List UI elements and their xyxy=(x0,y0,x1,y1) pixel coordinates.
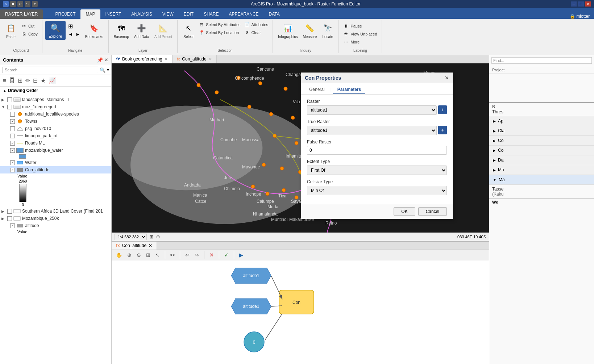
zoom-in-tool[interactable]: ⊕ xyxy=(126,251,133,259)
undo-tool[interactable]: ↩ xyxy=(184,251,191,259)
rfe-section-header-ma1[interactable]: ▶ Ma xyxy=(489,165,594,175)
tab-edit[interactable]: EDIT xyxy=(179,9,199,19)
list-item[interactable]: psg_nov2010 xyxy=(0,125,111,132)
layer-checkbox[interactable]: ✓ xyxy=(10,148,15,153)
dialog-tab-parameters[interactable]: Parameters xyxy=(333,85,365,94)
explore-button[interactable]: 🔍 Explore xyxy=(45,21,66,40)
layer-checkbox[interactable] xyxy=(10,112,15,117)
search-input[interactable] xyxy=(2,67,98,73)
true-raster-select[interactable]: altitude1 xyxy=(307,126,437,135)
tab-appearance[interactable]: APPEARANCE xyxy=(224,9,263,19)
list-item[interactable]: ✓ Roads ML xyxy=(0,139,111,147)
list-item[interactable]: ✓ Towns xyxy=(0,118,111,125)
star-icon[interactable]: ★ xyxy=(40,76,46,85)
zoom-back-button[interactable]: ◄ ► xyxy=(66,30,82,38)
list-item[interactable]: ▼ moz_1degreegrid xyxy=(0,103,111,110)
flow-node-con[interactable]: Con xyxy=(278,289,315,316)
basemap-button[interactable]: 🗺 Basemap xyxy=(112,21,131,41)
clear-button[interactable]: ✗ Clear xyxy=(243,29,270,36)
select-by-attributes-button[interactable]: ⊟ Select By Attributes xyxy=(197,21,242,28)
rfe-tab-con[interactable]: fx Con_altitude ✕ xyxy=(112,242,157,250)
filter-layers-icon[interactable]: ⊞ xyxy=(17,76,23,85)
commit-tool[interactable]: ✓ xyxy=(223,251,230,259)
rfe-section-header-co2[interactable]: ▶ Co xyxy=(489,146,594,155)
copy-button[interactable]: ⎘ Copy xyxy=(20,30,39,38)
tab-analysis[interactable]: ANALYSIS xyxy=(126,9,157,19)
select-tool[interactable]: ↖ xyxy=(154,251,161,259)
map-grid-icon[interactable]: ⊞ xyxy=(150,234,153,239)
tab-book-georef[interactable]: 🗺 Book georeferencing ✕ xyxy=(112,55,173,63)
select-button[interactable]: ↖ Select xyxy=(180,21,196,41)
contents-close-icon[interactable]: ✕ xyxy=(104,57,108,63)
list-item[interactable]: ✓ Water xyxy=(0,159,111,166)
app-icon-1[interactable]: A xyxy=(3,1,9,7)
rfe-section-header-ma2[interactable]: ▼ Ma xyxy=(489,175,594,184)
pause-button[interactable]: ⏸ Pause xyxy=(342,22,378,30)
layer-checkbox[interactable] xyxy=(7,105,12,109)
tab-insert[interactable]: INSERT xyxy=(100,9,126,19)
scale-selector[interactable]: 1:4 682 382 xyxy=(115,234,147,240)
close-button[interactable]: ✕ xyxy=(585,1,591,7)
list-item[interactable]: additional_localities-species xyxy=(0,110,111,118)
flow-node-zero[interactable]: 0 xyxy=(243,331,265,354)
map-arrow-icon[interactable]: ⊕ xyxy=(156,234,160,239)
paste-button[interactable]: 📋 Paste xyxy=(3,21,19,41)
layer-checkbox[interactable]: ✓ xyxy=(10,223,15,228)
tab-share[interactable]: SHARE xyxy=(199,9,224,19)
edit-icon[interactable]: ✏ xyxy=(25,76,31,85)
more-button[interactable]: ⋯ More xyxy=(342,38,378,46)
redo-tool[interactable]: ↪ xyxy=(193,251,200,259)
chart-icon[interactable]: 📈 xyxy=(48,76,57,85)
tab-con-altitude[interactable]: fx Con_altitude ✕ xyxy=(173,55,217,63)
layer-checkbox[interactable]: ✓ xyxy=(10,168,15,172)
rfe-section-header-da[interactable]: ▶ Da xyxy=(489,155,594,165)
filter-icon[interactable]: ▾ xyxy=(107,67,109,72)
infographics-button[interactable]: 📊 Infographics xyxy=(276,21,300,41)
true-raster-add-button[interactable]: + xyxy=(438,126,447,134)
cut-button[interactable]: ✂ Cut xyxy=(20,22,39,30)
delete-tool[interactable]: ✕ xyxy=(208,251,215,259)
layer-checkbox[interactable] xyxy=(10,126,15,131)
layer-checkbox[interactable] xyxy=(10,134,15,138)
flow-node-altitude1-top[interactable]: altitude1 xyxy=(231,268,271,285)
false-raster-input[interactable] xyxy=(307,146,447,155)
list-item[interactable]: ✓ mozambique_water xyxy=(0,147,111,154)
con-tab-close-icon[interactable]: ✕ xyxy=(209,57,212,62)
collapse-icon[interactable]: ▲ xyxy=(3,89,7,93)
cancel-button[interactable]: Cancel xyxy=(418,207,447,216)
pin-icon[interactable]: 📌 xyxy=(97,57,103,63)
tab-view[interactable]: VIEW xyxy=(157,9,179,19)
connect-tool[interactable]: ⚯ xyxy=(169,251,176,259)
rfe-canvas[interactable]: altitude1 altitude1 Con xyxy=(112,260,489,364)
extent-type-select[interactable]: First Of Union Of Intersection Of xyxy=(307,166,447,175)
rfe-section-header-cla[interactable]: ▶ Cla xyxy=(489,126,594,135)
minimize-button[interactable]: ─ xyxy=(571,1,577,7)
group-icon[interactable]: ⊟ xyxy=(32,76,38,85)
tab-raster-layer[interactable]: RASTER LAYER xyxy=(0,9,43,19)
cellsize-type-select[interactable]: Min Of Max Of First Of xyxy=(307,186,447,195)
list-item[interactable]: ▶ landscapes_stalmans_II xyxy=(0,96,111,103)
flow-node-altitude1-bottom[interactable]: altitude1 xyxy=(231,298,271,315)
layer-checkbox[interactable]: ✓ xyxy=(10,119,15,124)
dialog-tab-general[interactable]: General xyxy=(305,85,329,94)
select-by-location-button[interactable]: 📍 Select By Location xyxy=(197,29,242,36)
layer-checkbox[interactable] xyxy=(7,209,12,214)
bookmarks-button[interactable]: 🔖 Bookmarks xyxy=(83,21,105,41)
raster-select[interactable]: altitude1 xyxy=(307,105,437,115)
full-extent-button[interactable]: ⊞ xyxy=(66,22,82,30)
raster-add-button[interactable]: + xyxy=(438,105,447,114)
search-icon[interactable]: 🔍 xyxy=(100,67,105,73)
layer-checkbox[interactable]: ✓ xyxy=(10,160,15,165)
rfe-tab-close-icon[interactable]: ✕ xyxy=(149,243,152,248)
rfe-section-header-co1[interactable]: ▶ Co xyxy=(489,136,594,145)
attributes-button[interactable]: 📄 Attributes xyxy=(243,21,270,28)
list-item[interactable]: limpopo_park_rd xyxy=(0,132,111,139)
app-icon-2[interactable]: ■ xyxy=(10,1,16,7)
view-unplaced-button[interactable]: 👁 View Unplaced xyxy=(342,30,378,38)
list-item[interactable]: ▶ Mozambique_250k xyxy=(0,215,111,222)
tab-close-icon[interactable]: ✕ xyxy=(165,57,168,62)
add-preset-button[interactable]: 📐 Add Preset xyxy=(152,21,174,41)
app-icon-3[interactable]: ↩ xyxy=(17,1,23,7)
layer-checkbox[interactable] xyxy=(7,216,12,221)
ok-button[interactable]: OK xyxy=(394,207,415,216)
